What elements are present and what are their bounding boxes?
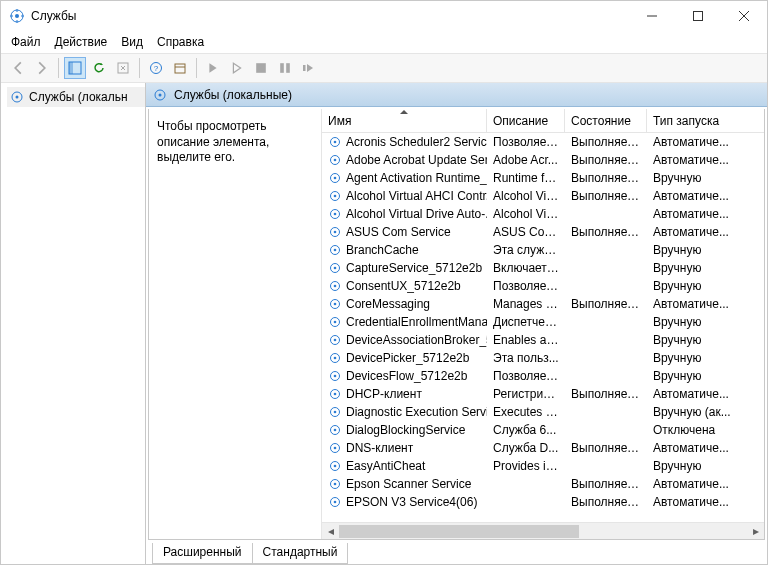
service-name-cell: CaptureService_5712e2b — [322, 261, 487, 275]
service-row[interactable]: ASUS Com ServiceASUS Com...ВыполняетсяАв… — [322, 223, 764, 241]
service-name-cell: EPSON V3 Service4(06) — [322, 495, 487, 509]
column-header-start[interactable]: Тип запуска — [647, 109, 740, 132]
svg-point-48 — [334, 339, 337, 342]
gear-icon — [328, 423, 342, 437]
service-start: Автоматиче... — [647, 441, 740, 455]
tab-extended[interactable]: Расширенный — [152, 543, 253, 564]
scroll-right-arrow[interactable]: ▸ — [747, 523, 764, 540]
svg-point-34 — [334, 213, 337, 216]
service-row[interactable]: DNS-клиентСлужба D...ВыполняетсяАвтомати… — [322, 439, 764, 457]
gear-icon — [328, 243, 342, 257]
service-row[interactable]: DevicesFlow_5712e2bПозволяет...Вручную — [322, 367, 764, 385]
help-button[interactable]: ? — [145, 57, 167, 79]
restart-service-button[interactable] — [298, 57, 320, 79]
service-row[interactable]: Epson Scanner ServiceВыполняетсяАвтомати… — [322, 475, 764, 493]
service-desc: Provides in... — [487, 459, 565, 473]
service-name-cell: ASUS Com Service — [322, 225, 487, 239]
svg-point-22 — [16, 96, 19, 99]
column-header-state[interactable]: Состояние — [565, 109, 647, 132]
menu-view[interactable]: Вид — [121, 35, 143, 49]
service-name-cell: DevicePicker_5712e2b — [322, 351, 487, 365]
tree-item-services[interactable]: Службы (локальн — [7, 87, 145, 107]
service-name: EPSON V3 Service4(06) — [346, 495, 477, 509]
service-row[interactable]: Diagnostic Execution ServiceExecutes di.… — [322, 403, 764, 421]
export-button[interactable] — [112, 57, 134, 79]
maximize-button[interactable] — [675, 1, 721, 31]
show-hide-tree-button[interactable] — [64, 57, 86, 79]
service-name: ConsentUX_5712e2b — [346, 279, 461, 293]
service-state: Выполняется — [565, 477, 647, 491]
service-row[interactable]: EPSON V3 Service4(06)ВыполняетсяАвтомати… — [322, 493, 764, 511]
service-desc: Эта служб... — [487, 243, 565, 257]
service-name: DHCP-клиент — [346, 387, 422, 401]
service-name-cell: Diagnostic Execution Service — [322, 405, 487, 419]
service-name: EasyAntiCheat — [346, 459, 425, 473]
service-row[interactable]: DialogBlockingServiceСлужба 6...Отключен… — [322, 421, 764, 439]
svg-rect-7 — [694, 12, 703, 21]
forward-button[interactable] — [31, 57, 53, 79]
menu-file[interactable]: Файл — [11, 35, 41, 49]
window: Службы Файл Действие Вид Справка ? — [0, 0, 768, 565]
service-row[interactable]: DeviceAssociationBroker_57...Enables ap.… — [322, 331, 764, 349]
gear-icon — [328, 369, 342, 383]
service-state: Выполняется — [565, 153, 647, 167]
properties-button[interactable] — [169, 57, 191, 79]
service-desc: Enables ap... — [487, 333, 565, 347]
close-button[interactable] — [721, 1, 767, 31]
service-row[interactable]: Alcohol Virtual AHCI Contr...Alcohol Vir… — [322, 187, 764, 205]
start-service-button[interactable] — [202, 57, 224, 79]
titlebar: Службы — [1, 1, 767, 31]
service-row[interactable]: EasyAntiCheatProvides in...Вручную — [322, 457, 764, 475]
service-row[interactable]: CredentialEnrollmentMana...Диспетчер...В… — [322, 313, 764, 331]
service-row[interactable]: CoreMessagingManages c...ВыполняетсяАвто… — [322, 295, 764, 313]
column-header-name[interactable]: Имя — [322, 109, 487, 132]
service-name: DevicesFlow_5712e2b — [346, 369, 467, 383]
content-area: Чтобы просмотреть описание элемента, выд… — [148, 109, 765, 540]
tab-bar: Расширенный Стандартный — [146, 542, 767, 564]
service-name: CredentialEnrollmentMana... — [346, 315, 487, 329]
tab-standard[interactable]: Стандартный — [252, 543, 349, 564]
service-row[interactable]: ConsentUX_5712e2bПозволяет...Вручную — [322, 277, 764, 295]
service-row[interactable]: Acronis Scheduler2 ServiceПозволяет...Вы… — [322, 133, 764, 151]
stop-service-button[interactable] — [250, 57, 272, 79]
gear-icon — [328, 387, 342, 401]
service-name: ASUS Com Service — [346, 225, 451, 239]
column-header-desc[interactable]: Описание — [487, 109, 565, 132]
svg-point-44 — [334, 303, 337, 306]
pane-title: Службы (локальные) — [174, 88, 292, 102]
service-row[interactable]: Alcohol Virtual Drive Auto-...Alcohol Vi… — [322, 205, 764, 223]
service-row[interactable]: BranchCacheЭта служб...Вручную — [322, 241, 764, 259]
svg-point-62 — [334, 465, 337, 468]
service-desc: Executes di... — [487, 405, 565, 419]
service-name-cell: ConsentUX_5712e2b — [322, 279, 487, 293]
menu-help[interactable]: Справка — [157, 35, 204, 49]
gear-icon — [328, 333, 342, 347]
svg-point-26 — [334, 141, 337, 144]
svg-point-28 — [334, 159, 337, 162]
scroll-thumb[interactable] — [339, 525, 579, 538]
gear-icon — [328, 315, 342, 329]
service-state: Выполняется — [565, 189, 647, 203]
service-name-cell: Alcohol Virtual Drive Auto-... — [322, 207, 487, 221]
minimize-button[interactable] — [629, 1, 675, 31]
service-list[interactable]: Acronis Scheduler2 ServiceПозволяет...Вы… — [322, 133, 764, 522]
back-button[interactable] — [7, 57, 29, 79]
service-name-cell: CoreMessaging — [322, 297, 487, 311]
resume-service-button[interactable] — [226, 57, 248, 79]
scroll-left-arrow[interactable]: ◂ — [322, 523, 339, 540]
service-name: BranchCache — [346, 243, 419, 257]
service-start: Автоматиче... — [647, 135, 740, 149]
service-row[interactable]: DHCP-клиентРегистрир...ВыполняетсяАвтома… — [322, 385, 764, 403]
service-row[interactable]: Agent Activation Runtime_...Runtime fo..… — [322, 169, 764, 187]
service-row[interactable]: CaptureService_5712e2bВключает ...Вручну… — [322, 259, 764, 277]
menu-action[interactable]: Действие — [55, 35, 108, 49]
pause-service-button[interactable] — [274, 57, 296, 79]
horizontal-scrollbar[interactable]: ◂ ▸ — [322, 522, 764, 539]
service-row[interactable]: Adobe Acrobat Update Serv...Adobe Acr...… — [322, 151, 764, 169]
refresh-button[interactable] — [88, 57, 110, 79]
tree-item-label: Службы (локальн — [29, 90, 128, 104]
gear-icon — [328, 351, 342, 365]
service-row[interactable]: DevicePicker_5712e2bЭта польз...Вручную — [322, 349, 764, 367]
service-start: Вручную — [647, 459, 740, 473]
gear-icon — [328, 171, 342, 185]
